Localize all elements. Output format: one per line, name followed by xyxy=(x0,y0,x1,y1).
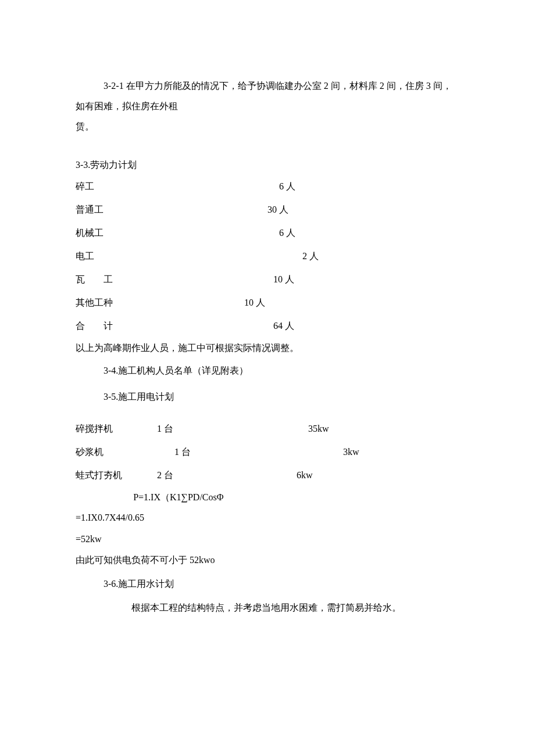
equipment-name: 砂浆机 xyxy=(76,440,157,464)
equipment-name: 碎搅拌机 xyxy=(76,417,157,440)
formula-1: P=1.IX（K1∑PD/CosΦ xyxy=(76,487,459,507)
paragraph-321: 3-2-1 在甲方力所能及的情况下，给予协调临建办公室 2 间，材料库 2 间，… xyxy=(76,76,459,116)
equipment-row: 砂浆机1 台3kw xyxy=(76,440,459,464)
labor-value: 64 人 xyxy=(268,314,459,338)
section-33-title: 3-3.劳动力计划 xyxy=(76,155,459,175)
paragraph-321-cont: 赁。 xyxy=(76,116,459,137)
labor-row: 合 计64 人 xyxy=(76,314,459,338)
labor-value: 10 人 xyxy=(268,268,459,291)
equipment-power: 35kw xyxy=(285,417,459,440)
section-34-title: 3-4.施工机构人员名单（详见附表） xyxy=(76,358,459,384)
equipment-list: 碎搅拌机1 台35kw砂浆机1 台3kw蛙式打夯机2 台6kw xyxy=(76,417,459,487)
labor-note: 以上为高峰期作业人员，施工中可根据实际情况调整。 xyxy=(76,338,459,358)
labor-label: 其他工种 xyxy=(76,291,244,314)
labor-value: 2 人 xyxy=(268,245,459,268)
labor-row: 碎工6 人 xyxy=(76,175,459,198)
labor-value: 10 人 xyxy=(244,291,459,314)
labor-value: 6 人 xyxy=(268,221,459,245)
labor-label: 机械工 xyxy=(76,221,268,245)
labor-row: 其他工种10 人 xyxy=(76,291,459,314)
section-35-title: 3-5.施工用电计划 xyxy=(76,384,459,410)
section-36-title: 3-6.施工用水计划 xyxy=(76,571,459,597)
equipment-power: 6kw xyxy=(285,464,459,487)
labor-row: 电工2 人 xyxy=(76,245,459,268)
equipment-power: 3kw xyxy=(285,440,459,464)
labor-label: 合 计 xyxy=(76,314,268,338)
spacer xyxy=(76,410,459,417)
labor-label: 瓦 工 xyxy=(76,268,268,291)
spacer xyxy=(76,137,459,155)
water-note: 根据本工程的结构特点，并考虑当地用水困难，需打简易并给水。 xyxy=(76,597,459,618)
equipment-qty: 1 台 xyxy=(157,440,285,464)
labor-value: 30 人 xyxy=(268,198,459,221)
equipment-row: 蛙式打夯机2 台6kw xyxy=(76,464,459,487)
formula-2: =1.IX0.7X44/0.65 xyxy=(76,507,459,529)
labor-label: 碎工 xyxy=(76,175,268,198)
labor-value: 6 人 xyxy=(268,175,459,198)
labor-label: 普通工 xyxy=(76,198,268,221)
labor-label: 电工 xyxy=(76,245,268,268)
load-note: 由此可知供电负荷不可小于 52kwo xyxy=(76,550,459,571)
formula-3: =52kw xyxy=(76,529,459,550)
equipment-qty: 1 台 xyxy=(157,417,285,440)
equipment-name: 蛙式打夯机 xyxy=(76,464,157,487)
equipment-row: 碎搅拌机1 台35kw xyxy=(76,417,459,440)
labor-list: 碎工6 人普通工30 人机械工6 人电工2 人瓦 工10 人其他工种10 人合 … xyxy=(76,175,459,338)
labor-row: 机械工6 人 xyxy=(76,221,459,245)
labor-row: 瓦 工10 人 xyxy=(76,268,459,291)
labor-row: 普通工30 人 xyxy=(76,198,459,221)
equipment-qty: 2 台 xyxy=(157,464,285,487)
